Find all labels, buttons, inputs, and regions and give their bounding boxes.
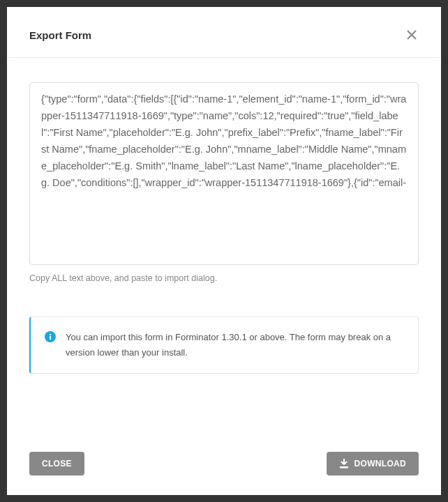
info-icon	[45, 331, 56, 342]
notice-text: You can import this form in Forminator 1…	[66, 330, 404, 360]
modal-footer: CLOSE DOWNLOAD	[7, 438, 441, 495]
download-button-label: DOWNLOAD	[354, 459, 406, 469]
modal-header: Export Form	[7, 7, 441, 58]
export-textarea-wrap	[29, 82, 419, 268]
download-button[interactable]: DOWNLOAD	[327, 452, 419, 476]
export-form-modal: Export Form Copy ALL text above, and pas…	[7, 7, 441, 495]
modal-body: Copy ALL text above, and paste to import…	[7, 58, 441, 438]
modal-title: Export Form	[29, 29, 91, 41]
close-button[interactable]: CLOSE	[29, 452, 84, 476]
close-button-label: CLOSE	[42, 459, 72, 469]
export-textarea[interactable]	[29, 82, 419, 265]
svg-rect-5	[340, 466, 348, 469]
helper-text: Copy ALL text above, and paste to import…	[29, 273, 419, 283]
version-notice: You can import this form in Forminator 1…	[29, 317, 419, 374]
svg-rect-3	[50, 336, 51, 340]
close-icon[interactable]	[405, 28, 419, 42]
download-icon	[339, 459, 349, 469]
svg-rect-4	[50, 334, 51, 335]
